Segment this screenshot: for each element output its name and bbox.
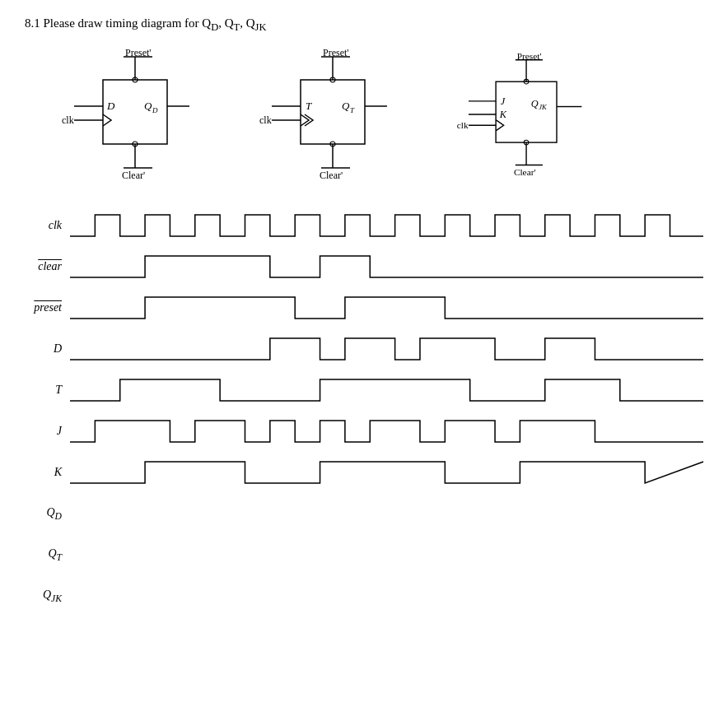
clk-label: clk bbox=[25, 219, 70, 232]
svg-text:Preset': Preset' bbox=[517, 51, 542, 61]
clk-waveform bbox=[70, 205, 703, 246]
svg-text:T: T bbox=[350, 106, 355, 114]
svg-text:Q: Q bbox=[144, 100, 152, 112]
clear-label: clear bbox=[25, 260, 70, 273]
svg-text:clk: clk bbox=[259, 114, 272, 126]
svg-text:T: T bbox=[306, 100, 312, 112]
svg-text:Q: Q bbox=[342, 100, 350, 112]
qjk-label: QJK bbox=[25, 588, 70, 604]
svg-text:J: J bbox=[501, 95, 506, 107]
j-signal-row: J bbox=[25, 411, 703, 452]
clk-signal-row: clk bbox=[25, 205, 703, 246]
clear-waveform bbox=[70, 246, 703, 287]
svg-rect-16 bbox=[301, 80, 365, 144]
preset-signal-row: preset bbox=[25, 287, 703, 328]
k-waveform bbox=[70, 452, 703, 493]
svg-text:Preset': Preset' bbox=[125, 47, 152, 58]
t-signal-row: T bbox=[25, 370, 703, 411]
svg-text:Preset': Preset' bbox=[323, 47, 349, 58]
d-waveform bbox=[70, 328, 703, 370]
qd-label: QD bbox=[25, 506, 70, 522]
qjk-signal-row: QJK bbox=[25, 575, 703, 616]
svg-text:clk: clk bbox=[62, 114, 74, 126]
clear-signal-row: clear bbox=[25, 246, 703, 287]
preset-label: preset bbox=[25, 301, 70, 314]
qt-signal-row: QT bbox=[25, 534, 703, 575]
svg-text:Q: Q bbox=[531, 98, 539, 109]
d-label: D bbox=[25, 342, 70, 356]
jk-flip-flop: Preset' J K Q JK clk Clear' bbox=[453, 49, 601, 180]
qt-waveform bbox=[70, 534, 703, 575]
t-flip-flop: Preset' T Q T clk Clear' bbox=[255, 49, 404, 180]
k-signal-row: K bbox=[25, 452, 703, 493]
j-waveform bbox=[70, 411, 703, 452]
svg-text:clk: clk bbox=[457, 120, 469, 130]
d-flip-flop: Preset' D Q D clk Clear' bbox=[58, 49, 206, 180]
svg-text:Clear': Clear' bbox=[320, 170, 343, 181]
svg-text:D: D bbox=[106, 100, 115, 112]
qd-signal-row: QD bbox=[25, 493, 703, 534]
svg-text:Clear': Clear' bbox=[122, 170, 145, 181]
page-title: 8.1 Please draw timing diagram for QD, Q… bbox=[25, 16, 703, 34]
t-label: T bbox=[25, 384, 70, 397]
preset-waveform bbox=[70, 287, 703, 328]
j-label: J bbox=[25, 425, 70, 438]
flip-flop-diagrams: Preset' D Q D clk Clear' Preset' bbox=[58, 49, 703, 180]
svg-text:Clear': Clear' bbox=[514, 167, 536, 177]
timing-diagram-section: clk clear preset bbox=[25, 205, 703, 616]
svg-text:JK: JK bbox=[539, 103, 548, 111]
d-signal-row: D bbox=[25, 328, 703, 370]
k-label: K bbox=[25, 466, 70, 479]
svg-text:K: K bbox=[499, 109, 507, 120]
qjk-waveform bbox=[70, 575, 703, 616]
svg-text:D: D bbox=[152, 106, 158, 114]
t-waveform bbox=[70, 370, 703, 411]
qt-label: QT bbox=[25, 547, 70, 563]
qd-waveform bbox=[70, 493, 703, 534]
